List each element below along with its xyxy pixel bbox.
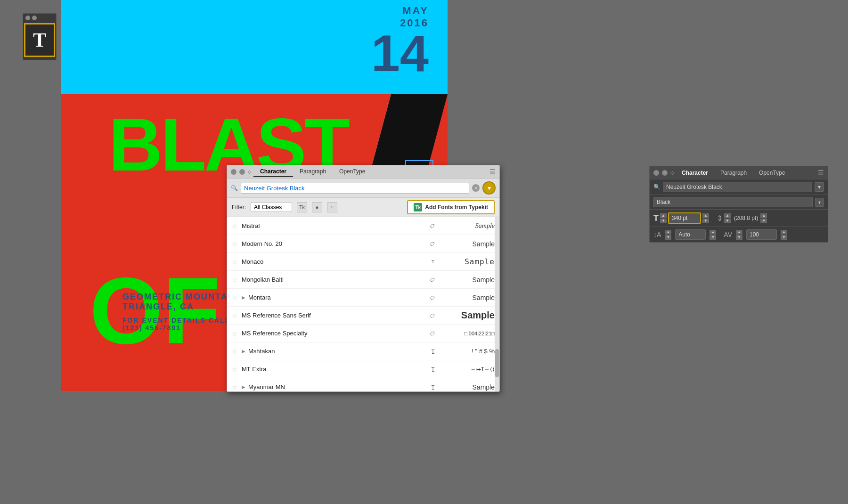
typekit-btn[interactable]: Tk Add Fonts from Typekit	[407, 200, 495, 214]
star-mshtakan[interactable]: ☆	[232, 348, 238, 355]
search-clear-btn[interactable]: ×	[472, 184, 480, 192]
tab-paragraph-floating[interactable]: Paragraph	[293, 167, 333, 177]
expand-montara[interactable]: ▶	[242, 295, 245, 300]
font-size-up-btn[interactable]: ▲	[660, 213, 667, 218]
font-row-msref-spec[interactable]: ☆ MS Reference Specialty 𝓞 □.004|22|21□	[227, 325, 499, 342]
font-sample-monaco: Sample	[438, 257, 495, 266]
font-sample-mongolian: Sample	[438, 276, 495, 284]
tool-panel-close-btn[interactable]	[25, 16, 30, 20]
star-msref-sans[interactable]: ☆	[232, 312, 238, 319]
font-row-montara[interactable]: ☆ ▶ Montara 𝓞 Sample	[227, 289, 499, 307]
poster-event-line1: FOR EVENT DETAILS CALL	[122, 317, 238, 324]
rp-font-size-input[interactable]	[668, 212, 701, 224]
scrollbar-thumb[interactable]	[495, 349, 499, 377]
font-name-myanmar-mn: Myanmar MN	[248, 383, 432, 390]
rp-secondary-size-group: ⇕ ▲ ▼ (208.8 pt) ▲ ▼	[713, 213, 767, 223]
expand-myanmar-mn[interactable]: ▶	[242, 384, 245, 390]
star-msref-spec[interactable]: ☆	[232, 330, 238, 337]
leading-dropdown-down[interactable]: ▼	[709, 235, 716, 240]
rp-search-icon: 🔍	[653, 184, 660, 190]
rp-font-style-input[interactable]	[653, 197, 813, 207]
leading-dropdown-up[interactable]: ▲	[709, 230, 716, 235]
font-search-input[interactable]	[241, 183, 469, 194]
font-sample-montara: Sample	[438, 294, 495, 301]
tool-panel[interactable]: T	[23, 13, 57, 60]
tracking-up-btn[interactable]: ▲	[736, 230, 742, 235]
char-panel-tabs: Character Paragraph OpenType	[253, 167, 489, 177]
star-mistral[interactable]: ☆	[232, 222, 238, 230]
tool-panel-min-btn[interactable]	[32, 16, 37, 20]
font-sample-mtextra: ←↦T←⟨⟩	[438, 366, 495, 373]
font-size-down-btn[interactable]: ▼	[660, 219, 667, 223]
star-monaco[interactable]: ☆	[232, 258, 238, 266]
rp-style-dropdown-btn[interactable]: ▾	[815, 198, 824, 207]
char-panel-menu-icon[interactable]: ☰	[489, 168, 496, 176]
tab-character-floating[interactable]: Character	[253, 167, 293, 177]
right-panel-close-btn[interactable]	[653, 170, 659, 176]
rp-size-dropdown-stepper: ▲ ▼	[702, 213, 709, 223]
tracking-dropdown-up[interactable]: ▲	[781, 230, 787, 235]
filter-label: Filter:	[232, 204, 246, 211]
char-panel-floating: ◇ Character Paragraph OpenType ☰ 🔍 × ▾ F…	[227, 165, 500, 392]
rp-size-controls: T ▲ ▼ ▲ ▼ ⇕ ▲ ▼ (208.8 pt) ▲ ▼	[650, 210, 828, 227]
rp-leading-input[interactable]	[675, 229, 706, 240]
right-char-panel: » ◇ Character Paragraph OpenType ☰ 🔍 ▾ ▾…	[649, 166, 828, 243]
char-panel-close-btn[interactable]	[231, 169, 236, 175]
font-sample-msref-sans: Sample	[438, 310, 495, 321]
tracking-down-btn[interactable]: ▼	[736, 235, 742, 240]
secondary-size-down-btn[interactable]: ▼	[724, 219, 731, 223]
rp-leading-dropdown: ▲ ▼	[709, 230, 716, 240]
font-row-mistral[interactable]: ☆ Mistral 𝓞 Sample	[227, 217, 499, 235]
rp-tracking-input[interactable]	[746, 229, 777, 240]
search-dropdown-btn[interactable]: ▾	[482, 181, 496, 195]
leading-down-btn[interactable]: ▼	[665, 235, 671, 240]
secondary-size-dropdown-up[interactable]: ▲	[760, 213, 767, 218]
star-myanmar-mn[interactable]: ☆	[232, 383, 238, 391]
font-type-icon-myanmar-mn: T̲	[432, 384, 434, 390]
font-type-icon-mtextra: T̲	[432, 366, 434, 372]
poster-geo-line1: GEOMETRIC MOUNTAIN	[122, 292, 238, 302]
char-panel-titlebar: ◇ Character Paragraph OpenType ☰	[227, 165, 499, 179]
right-panel-titlebar: » ◇ Character Paragraph OpenType ☰	[650, 166, 828, 179]
tab-opentype-floating[interactable]: OpenType	[333, 167, 372, 177]
tab-paragraph-right[interactable]: Paragraph	[715, 169, 752, 177]
font-row-myanmar-mn[interactable]: ☆ ▶ Myanmar MN T̲ Sample	[227, 378, 499, 391]
secondary-size-dropdown-down[interactable]: ▼	[760, 219, 767, 223]
star-modern20[interactable]: ☆	[232, 240, 238, 248]
star-mongolian[interactable]: ☆	[232, 276, 238, 284]
font-row-modern20[interactable]: ☆ Modern No. 20 𝓞 Sample	[227, 235, 499, 253]
leading-up-btn[interactable]: ▲	[665, 230, 671, 235]
font-name-mshtakan: Mshtakan	[248, 348, 432, 355]
star-mtextra[interactable]: ☆	[232, 366, 238, 373]
font-row-monaco[interactable]: ☆ Monaco T̲ Sample	[227, 253, 499, 271]
font-row-mtextra[interactable]: ☆ MT Extra T̲ ←↦T←⟨⟩	[227, 360, 499, 378]
filter-star-btn[interactable]: ★	[312, 202, 322, 212]
secondary-size-up-btn[interactable]: ▲	[724, 213, 731, 218]
rp-tracking-dropdown: ▲ ▼	[781, 230, 787, 240]
font-name-montara: Montara	[248, 294, 430, 301]
right-panel-menu-icon[interactable]: ☰	[818, 169, 824, 177]
rp-font-dropdown-btn[interactable]: ▾	[815, 182, 824, 192]
font-row-mshtakan[interactable]: ☆ ▶ Mshtakan T̲ ! " # $ %	[227, 342, 499, 360]
rp-font-name-input[interactable]	[663, 182, 812, 192]
font-name-msref-spec: MS Reference Specialty	[242, 330, 430, 337]
font-name-mongolian: Mongolian Baiti	[242, 276, 430, 283]
filter-tk-btn[interactable]: Tk	[297, 202, 307, 212]
font-size-dropdown-down[interactable]: ▼	[702, 219, 709, 223]
right-panel-expand-btn[interactable]: »	[662, 170, 668, 176]
expand-mshtakan[interactable]: ▶	[242, 349, 245, 354]
tab-opentype-right[interactable]: OpenType	[753, 169, 791, 177]
tracking-dropdown-down[interactable]: ▼	[781, 235, 787, 240]
filter-similar-btn[interactable]: ≈	[327, 202, 337, 212]
rp-secondary-stepper: ▲ ▼	[724, 213, 731, 223]
font-list-scrollbar[interactable]	[495, 217, 499, 391]
font-row-msref-sans[interactable]: ☆ MS Reference Sans Serif 𝓞 Sample	[227, 307, 499, 325]
tab-character-right[interactable]: Character	[676, 169, 714, 177]
font-row-mongolian[interactable]: ☆ Mongolian Baiti 𝓞 Sample	[227, 271, 499, 289]
star-montara[interactable]: ☆	[232, 294, 238, 301]
font-size-dropdown-up[interactable]: ▲	[702, 213, 709, 218]
char-panel-expand-btn[interactable]	[239, 169, 245, 175]
poster-day: 14	[371, 30, 429, 76]
filter-class-select[interactable]: All Classes	[251, 203, 292, 212]
font-name-modern20: Modern No. 20	[242, 240, 430, 247]
